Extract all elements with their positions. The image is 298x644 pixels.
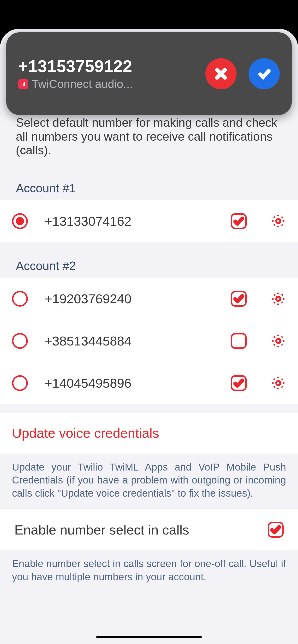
radio-default-icon[interactable] xyxy=(12,291,28,307)
notify-checkbox[interactable] xyxy=(231,333,247,349)
notify-checkbox[interactable] xyxy=(231,375,247,391)
enable-number-select-label: Enable number select in calls xyxy=(14,522,189,538)
svg-point-0 xyxy=(276,219,280,223)
number-row[interactable]: +38513445884 xyxy=(0,320,298,362)
update-link-label: Update voice credentials xyxy=(12,425,159,441)
radio-default-icon[interactable] xyxy=(12,375,28,391)
number-row[interactable]: +19203769240 xyxy=(0,278,298,320)
check-icon xyxy=(257,67,271,80)
caller-subtitle: TwiConnect audio... xyxy=(32,78,133,90)
number-row[interactable]: +13133074162 xyxy=(0,200,298,242)
gear-icon[interactable] xyxy=(271,291,286,306)
account-header-2: Account #2 xyxy=(0,242,298,278)
content-scroll[interactable]: Select default number for making calls a… xyxy=(0,112,298,644)
call-banner-info: +13153759122 TwiConnect audio... xyxy=(18,57,198,90)
svg-rect-4 xyxy=(22,84,22,86)
number-row[interactable]: +14045495896 xyxy=(0,362,298,404)
enable-number-select-row[interactable]: Enable number select in calls xyxy=(0,509,298,550)
close-icon xyxy=(214,67,228,80)
settings-screen: Select default number for making calls a… xyxy=(0,29,298,644)
svg-rect-6 xyxy=(24,82,25,86)
notify-checkbox[interactable] xyxy=(231,291,247,307)
gear-icon[interactable] xyxy=(271,376,286,391)
incoming-call-banner[interactable]: +13153759122 TwiConnect audio... xyxy=(6,32,292,115)
gear-icon[interactable] xyxy=(271,214,286,229)
intro-text: Select default number for making calls a… xyxy=(0,112,298,158)
phone-number-label: +14045495896 xyxy=(37,376,221,390)
notify-checkbox[interactable] xyxy=(231,213,247,229)
decline-call-button[interactable] xyxy=(205,58,237,89)
svg-point-3 xyxy=(276,381,280,385)
caller-number: +13153759122 xyxy=(18,57,198,76)
enable-number-select-checkbox[interactable] xyxy=(268,522,284,538)
accept-call-button[interactable] xyxy=(249,58,280,89)
svg-point-1 xyxy=(276,296,280,301)
radio-default-icon[interactable] xyxy=(12,213,28,229)
home-indicator[interactable] xyxy=(96,636,202,638)
svg-rect-5 xyxy=(23,83,24,86)
phone-number-label: +19203769240 xyxy=(37,291,221,306)
app-icon xyxy=(18,79,28,89)
phone-number-label: +13133074162 xyxy=(37,214,221,228)
enable-number-select-description: Enable number select in calls screen for… xyxy=(0,550,298,593)
gear-icon[interactable] xyxy=(271,333,286,348)
radio-default-icon[interactable] xyxy=(12,333,28,349)
phone-number-label: +38513445884 xyxy=(37,334,221,348)
svg-point-2 xyxy=(276,339,280,343)
account-header-1: Account #1 xyxy=(0,158,298,200)
update-voice-credentials-button[interactable]: Update voice credentials xyxy=(0,413,298,454)
update-description: Update your Twilio TwiML Apps and VoIP M… xyxy=(0,454,298,510)
